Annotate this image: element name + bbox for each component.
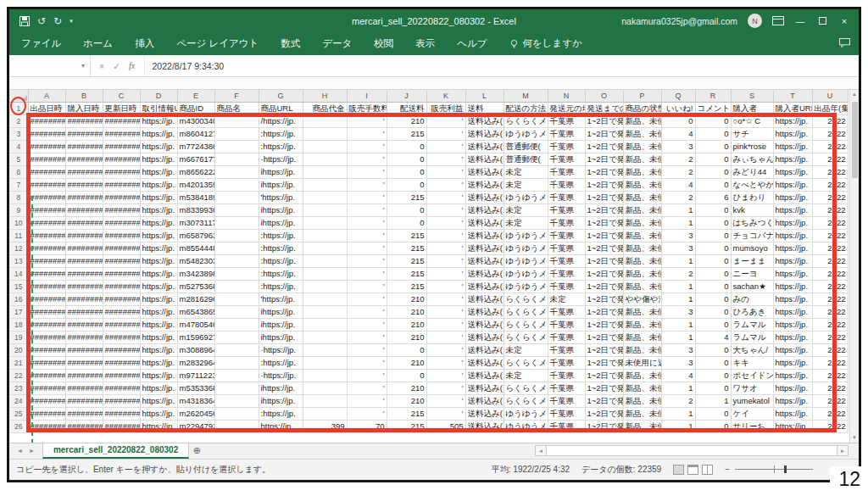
- cell[interactable]: 1: [661, 408, 695, 421]
- cell[interactable]: らくらくメ: [504, 382, 548, 395]
- horizontal-scroll-channel[interactable]: [547, 445, 837, 456]
- cell[interactable]: 0: [695, 293, 731, 306]
- cell[interactable]: ひまわり: [731, 192, 773, 204]
- cell[interactable]: 1~2日で発: [585, 192, 623, 204]
- cell[interactable]: 6: [695, 192, 731, 204]
- cell[interactable]: 0: [387, 370, 426, 382]
- scroll-up-icon[interactable]: ▲: [850, 90, 859, 99]
- cell[interactable]: ': [426, 382, 465, 395]
- cell[interactable]: 2: [661, 395, 695, 408]
- cell[interactable]: https://jp.: [773, 357, 812, 370]
- cell[interactable]: 0: [695, 217, 731, 230]
- row-number-14[interactable]: 14: [9, 268, 28, 281]
- cell[interactable]: 千葉県: [548, 319, 585, 332]
- cell[interactable]: ': [347, 268, 387, 281]
- cell[interactable]: 取引情報U: [140, 103, 177, 115]
- cell[interactable]: 新品、未使: [623, 204, 661, 217]
- cell[interactable]: ': [347, 382, 387, 395]
- column-header-E[interactable]: E: [177, 90, 214, 103]
- cell[interactable]: まーまま: [731, 255, 773, 268]
- cell[interactable]: ': [347, 395, 387, 408]
- cell[interactable]: ########: [65, 242, 103, 255]
- cell[interactable]: 0: [387, 153, 426, 166]
- cell[interactable]: 'https://jp.: [259, 192, 303, 204]
- cell[interactable]: 新品、未使: [623, 166, 661, 179]
- cell[interactable]: ': [347, 141, 387, 153]
- column-header-C[interactable]: C: [103, 90, 140, 103]
- cell[interactable]: :https://jp.: [259, 281, 303, 293]
- cell[interactable]: [303, 293, 347, 306]
- cell[interactable]: 215: [387, 268, 426, 281]
- cell[interactable]: 送料込み(:: [465, 153, 504, 166]
- ribbon-display-options-icon[interactable]: [772, 16, 784, 25]
- cell[interactable]: らくらくメ: [504, 319, 548, 332]
- cell[interactable]: 2022: [812, 217, 848, 230]
- cell[interactable]: https://jp.: [140, 217, 177, 230]
- row-number-7[interactable]: 7: [9, 179, 28, 192]
- cell[interactable]: [214, 217, 259, 230]
- cell[interactable]: 千葉県: [548, 242, 585, 255]
- cell[interactable]: ########: [103, 192, 140, 204]
- cell[interactable]: 2022: [812, 230, 848, 242]
- cell[interactable]: 大ちゃん/: [731, 344, 773, 357]
- cell[interactable]: 215: [387, 242, 426, 255]
- cell[interactable]: [214, 382, 259, 395]
- cell[interactable]: [214, 293, 259, 306]
- row-number-24[interactable]: 24: [9, 395, 28, 408]
- cell[interactable]: m2832964: [177, 357, 214, 370]
- cell[interactable]: [303, 217, 347, 230]
- cell[interactable]: ########: [28, 395, 65, 408]
- cell[interactable]: ': [426, 357, 465, 370]
- cell[interactable]: 送料込み(:: [465, 217, 504, 230]
- cell[interactable]: 0: [387, 166, 426, 179]
- cell[interactable]: 2022: [812, 382, 848, 395]
- cell[interactable]: ########: [103, 166, 140, 179]
- cell[interactable]: [214, 408, 259, 421]
- column-header-Q[interactable]: Q: [661, 90, 695, 103]
- cell[interactable]: ########: [65, 217, 103, 230]
- cell[interactable]: https://jp.: [140, 293, 177, 306]
- cell[interactable]: 販売利益: [426, 103, 465, 115]
- cell[interactable]: 千葉県: [548, 192, 585, 204]
- cell[interactable]: ': [347, 192, 387, 204]
- cell[interactable]: 1: [695, 395, 731, 408]
- cell[interactable]: 送料込み(:: [465, 344, 504, 357]
- cell[interactable]: 商品代金: [303, 103, 347, 115]
- cell[interactable]: ニーヨ: [731, 268, 773, 281]
- cell[interactable]: ': [347, 344, 387, 357]
- cell[interactable]: ########: [28, 153, 65, 166]
- cell[interactable]: らくらくメ: [504, 332, 548, 344]
- cell[interactable]: :https://jp.: [259, 268, 303, 281]
- cell[interactable]: ########: [103, 230, 140, 242]
- cell[interactable]: :https://jp.: [259, 141, 303, 153]
- cell[interactable]: ': [347, 293, 387, 306]
- cell[interactable]: 1~2日で発: [585, 344, 623, 357]
- cell[interactable]: ': [426, 153, 465, 166]
- comments-icon[interactable]: [839, 38, 850, 47]
- scroll-left-icon[interactable]: ◄: [535, 445, 547, 456]
- cell[interactable]: 送料込み(:: [465, 382, 504, 395]
- cell[interactable]: ゆうゆうメ: [504, 242, 548, 255]
- cell[interactable]: :https://jp.: [259, 128, 303, 141]
- cell[interactable]: 送料込み(:: [465, 242, 504, 255]
- cell[interactable]: 新品、未使: [623, 268, 661, 281]
- cell[interactable]: https://jp.: [773, 306, 812, 319]
- cell[interactable]: 3: [661, 230, 695, 242]
- cell[interactable]: コメント: [695, 103, 731, 115]
- cell[interactable]: 2022: [812, 153, 848, 166]
- cell[interactable]: m9711223: [177, 370, 214, 382]
- cell[interactable]: 新品、未使: [623, 382, 661, 395]
- cell[interactable]: ########: [28, 217, 65, 230]
- cell[interactable]: [303, 357, 347, 370]
- cell[interactable]: /https://jp.: [259, 115, 303, 128]
- cell[interactable]: ########: [103, 395, 140, 408]
- cell[interactable]: 210: [387, 115, 426, 128]
- cell[interactable]: 千葉県: [548, 370, 585, 382]
- cell[interactable]: 送料込み(:: [465, 421, 504, 433]
- cell[interactable]: 1~2日で発: [585, 115, 623, 128]
- row-number-10[interactable]: 10: [9, 217, 28, 230]
- cell[interactable]: 千葉県: [548, 153, 585, 166]
- cell[interactable]: pink*rose: [731, 141, 773, 153]
- cell[interactable]: [303, 370, 347, 382]
- cell[interactable]: ': [426, 166, 465, 179]
